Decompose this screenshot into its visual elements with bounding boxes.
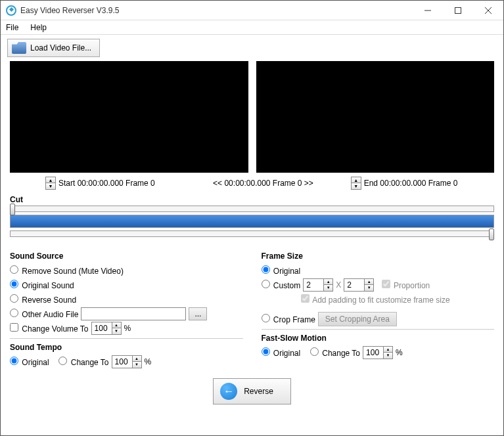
reverse-label: Reverse bbox=[244, 387, 273, 396]
maximize-button[interactable] bbox=[443, 1, 473, 20]
preview-left bbox=[10, 61, 248, 173]
menubar: File Help bbox=[1, 20, 503, 35]
menu-help[interactable]: Help bbox=[30, 23, 47, 32]
end-frame-stepper[interactable]: ▲▼ bbox=[351, 177, 361, 190]
slider-handle[interactable] bbox=[10, 204, 15, 215]
preview-right bbox=[256, 61, 495, 173]
end-time-label: End 00:00:00.000 Frame 0 bbox=[364, 179, 458, 188]
motion-title: Fast-Slow Motion bbox=[262, 334, 495, 343]
settings-area: Sound Source Remove Sound (Mute Video) O… bbox=[1, 245, 503, 369]
bottom-bar: ← Reverse bbox=[1, 369, 503, 414]
sound-tempo-title: Sound Tempo bbox=[10, 343, 243, 352]
time-row: ▲▼ Start 00:00:00.000 Frame 0 << 00:00:0… bbox=[1, 173, 503, 192]
app-icon bbox=[6, 5, 16, 16]
crop-frame-option[interactable]: Crop Frame bbox=[262, 314, 315, 324]
padding-checkbox[interactable]: Add padding to fit customize frame size bbox=[301, 294, 450, 305]
reverse-sound-option[interactable]: Reverse Sound bbox=[10, 294, 76, 305]
reverse-arrow-icon: ← bbox=[220, 383, 237, 400]
change-volume-checkbox[interactable]: Change Volume To bbox=[10, 323, 89, 334]
load-video-label: Load Video File... bbox=[30, 43, 91, 53]
reverse-button[interactable]: ← Reverse bbox=[213, 378, 291, 404]
frame-custom-option[interactable]: Custom bbox=[262, 280, 301, 290]
cut-start-slider[interactable] bbox=[10, 206, 494, 212]
close-button[interactable] bbox=[473, 1, 503, 20]
width-stepper[interactable]: ▲▼ bbox=[303, 278, 333, 292]
motion-original-option[interactable]: Original bbox=[262, 347, 301, 358]
start-time-label: Start 00:00:00.000 Frame 0 bbox=[58, 179, 155, 188]
tempo-original-option[interactable]: Original bbox=[10, 357, 49, 367]
motion-stepper[interactable]: ▲▼ bbox=[363, 346, 393, 359]
right-column: Frame Size Original Custom ▲▼ X ▲▼ Propo… bbox=[262, 248, 495, 369]
menu-file[interactable]: File bbox=[6, 23, 18, 32]
cut-label: Cut bbox=[10, 195, 494, 204]
frame-size-title: Frame Size bbox=[262, 251, 495, 261]
window-controls bbox=[413, 1, 503, 20]
preview-area bbox=[1, 61, 503, 173]
set-cropping-button[interactable]: Set Cropping Area bbox=[318, 312, 397, 326]
remove-sound-option[interactable]: Remove Sound (Mute Video) bbox=[10, 265, 124, 276]
svg-rect-1 bbox=[455, 7, 461, 13]
original-sound-option[interactable]: Original Sound bbox=[10, 280, 74, 290]
toolbar: Load Video File... bbox=[1, 35, 503, 61]
height-stepper[interactable]: ▲▼ bbox=[344, 278, 374, 292]
window-title: Easy Video Reverser V3.9.5 bbox=[20, 6, 413, 15]
center-time-label: << 00:00:00.000 Frame 0 >> bbox=[213, 179, 313, 188]
minimize-button[interactable] bbox=[413, 1, 443, 20]
tempo-change-option[interactable]: Change To bbox=[58, 357, 108, 367]
cut-range-bar[interactable] bbox=[10, 215, 494, 228]
other-audio-option[interactable]: Other Audio File bbox=[10, 309, 78, 319]
other-audio-path[interactable] bbox=[81, 307, 186, 320]
tempo-stepper[interactable]: ▲▼ bbox=[112, 355, 142, 368]
frame-original-option[interactable]: Original bbox=[262, 265, 301, 276]
motion-change-option[interactable]: Change To bbox=[310, 347, 360, 358]
load-video-button[interactable]: Load Video File... bbox=[7, 39, 100, 57]
start-frame-stepper[interactable]: ▲▼ bbox=[45, 177, 56, 190]
browse-audio-button[interactable]: ... bbox=[189, 307, 207, 320]
cut-end-slider[interactable] bbox=[10, 230, 494, 237]
slider-handle[interactable] bbox=[489, 229, 494, 240]
proportion-checkbox[interactable]: Proportion bbox=[382, 280, 430, 290]
left-column: Sound Source Remove Sound (Mute Video) O… bbox=[10, 248, 243, 369]
volume-stepper[interactable]: ▲▼ bbox=[91, 322, 122, 335]
sound-source-title: Sound Source bbox=[10, 251, 243, 261]
titlebar: Easy Video Reverser V3.9.5 bbox=[1, 1, 503, 20]
folder-icon bbox=[12, 42, 26, 54]
cut-section: Cut bbox=[1, 192, 503, 245]
